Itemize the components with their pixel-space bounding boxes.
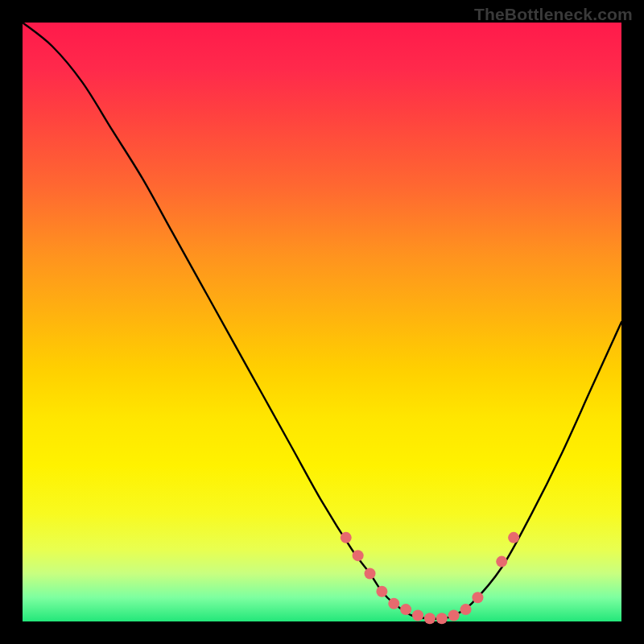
highlight-dot [388,598,399,609]
bottleneck-curve-svg [23,23,621,621]
chart-frame: TheBottleneck.com [0,0,644,644]
highlight-dot [472,592,483,603]
highlight-dots [341,532,519,624]
bottleneck-curve [23,23,621,619]
highlight-dot [412,610,423,621]
highlight-dot [436,613,448,624]
highlight-dot [508,532,519,543]
highlight-dot [448,610,460,621]
highlight-dot [424,613,436,624]
plot-area [23,23,621,621]
highlight-dot [400,604,411,615]
highlight-dot [341,532,352,543]
highlight-dot [496,556,507,568]
highlight-dot [376,586,387,597]
highlight-dot [353,550,364,561]
watermark-text: TheBottleneck.com [474,5,633,24]
highlight-dot [365,568,376,579]
highlight-dot [460,604,472,615]
